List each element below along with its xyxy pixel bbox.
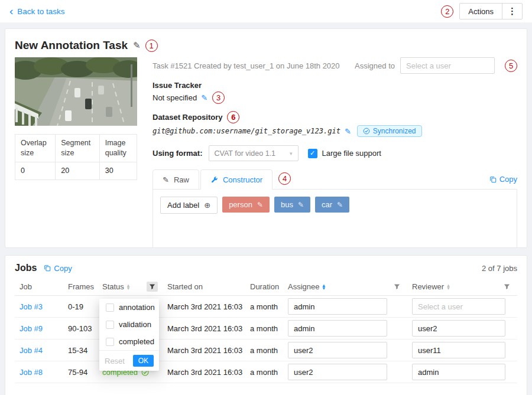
task-title-row: New Annotation Task ✎ 1 — [15, 37, 517, 54]
task-body: Overlap size Segment size Image quality … — [15, 57, 517, 248]
assignee-filter-icon[interactable] — [391, 282, 403, 292]
job-link[interactable]: Job #3 — [20, 302, 43, 311]
checkbox-unchecked[interactable] — [106, 338, 114, 346]
edit-label-icon[interactable]: ✎ — [298, 201, 304, 209]
dataset-repository-label: Dataset Repository — [153, 113, 222, 122]
chevron-down-icon: ▾ — [290, 151, 293, 156]
issue-tracker-label: Issue Tracker — [153, 81, 517, 90]
assignee-select[interactable] — [288, 320, 387, 337]
actions-label: Actions — [460, 4, 502, 19]
topbar-right: 2 Actions ⋮ — [441, 3, 523, 19]
edit-title-icon[interactable]: ✎ — [133, 40, 141, 51]
chevron-left-icon: ‹ — [9, 5, 13, 17]
callout-2: 2 — [441, 5, 453, 18]
job-started-on: March 3rd 2021 16:03 — [163, 361, 245, 383]
param-image-quality-value: 30 — [99, 162, 137, 179]
job-link[interactable]: Job #4 — [20, 346, 43, 355]
job-started-on: March 3rd 2021 16:03 — [163, 296, 245, 318]
job-started-on: March 3rd 2021 16:03 — [163, 339, 245, 361]
checkbox-unchecked[interactable] — [106, 321, 114, 329]
actions-button[interactable]: Actions ⋮ — [459, 3, 523, 19]
wrench-icon — [210, 176, 218, 184]
back-to-tasks-link[interactable]: ‹ Back to tasks — [9, 6, 65, 17]
job-link[interactable]: Job #8 — [20, 368, 43, 377]
copy-icon — [489, 176, 497, 183]
assigned-to-select[interactable] — [400, 57, 495, 74]
reviewer-select[interactable] — [412, 298, 505, 315]
assignee-select[interactable] — [288, 342, 387, 358]
labels-constructor-panel: Add label ⊕ person ✎ bus ✎ car ✎ — [153, 189, 517, 248]
label-badge-car[interactable]: car ✎ — [315, 197, 349, 213]
duration-column-label: Duration — [250, 282, 279, 291]
job-duration: a month — [245, 339, 283, 361]
reviewer-select[interactable] — [412, 342, 505, 358]
tab-constructor[interactable]: Constructor — [200, 169, 273, 190]
column-header-job: Job — [15, 278, 63, 296]
reviewer-filter-icon[interactable] — [501, 282, 512, 292]
check-icon: ✓ — [310, 149, 315, 157]
status-filter-icon[interactable] — [147, 282, 158, 292]
callout-3: 3 — [212, 92, 225, 104]
task-left-column: Overlap size Segment size Image quality … — [15, 57, 137, 248]
reviewer-select[interactable] — [412, 364, 505, 380]
add-label-text: Add label — [167, 201, 199, 210]
filter-option-annotation[interactable]: annotation — [99, 299, 159, 316]
assignee-select[interactable] — [288, 298, 387, 315]
jobs-count: 2 of 7 jobs — [482, 264, 517, 273]
started-on-column-label: Started on — [167, 282, 203, 291]
labels-copy-link[interactable]: Copy — [489, 175, 517, 189]
checkbox-unchecked[interactable] — [106, 303, 114, 312]
dataset-repository-url[interactable]: git@github.com:username/git_storage_v123… — [153, 127, 340, 135]
jobs-table-header-row: Job Frames Status ▴▾ Started on — [15, 278, 517, 296]
filter-ok-button[interactable]: OK — [133, 355, 154, 367]
filter-option-completed[interactable]: completed — [99, 333, 159, 350]
filter-reset-button[interactable]: Reset — [105, 357, 125, 365]
job-link[interactable]: Job #9 — [20, 324, 43, 333]
back-to-tasks-label: Back to tasks — [17, 7, 64, 16]
filter-option-label: completed — [119, 337, 154, 346]
jobs-copy-label: Copy — [54, 264, 72, 273]
label-badge-person[interactable]: person ✎ — [222, 197, 270, 213]
label-bus-name: bus — [281, 200, 293, 209]
jobs-card: Jobs Copy 2 of 7 jobs Job Frames — [5, 255, 527, 395]
more-vertical-icon[interactable]: ⋮ — [502, 4, 522, 19]
format-select-value: CVAT for video 1.1 — [215, 149, 276, 158]
reviewer-select[interactable] — [412, 320, 505, 337]
add-label-button[interactable]: Add label ⊕ — [160, 197, 218, 214]
assigned-to-group: Assigned to 5 — [355, 57, 517, 74]
assignee-sort-icon[interactable]: ▴▾ — [322, 284, 325, 290]
tab-raw[interactable]: ✎ Raw — [153, 169, 199, 190]
column-header-assignee: Assignee ▴▾ — [283, 278, 407, 296]
filter-option-validation[interactable]: validation — [99, 316, 159, 333]
reviewer-sort-icon[interactable]: ▴▾ — [447, 284, 450, 290]
status-column-label: Status — [102, 282, 124, 291]
param-image-quality-header: Image quality — [99, 135, 137, 162]
task-title: New Annotation Task — [15, 39, 128, 52]
edit-repository-icon[interactable]: ✎ — [345, 127, 351, 136]
job-duration: a month — [245, 361, 283, 383]
param-overlap-size-header: Overlap size — [15, 135, 56, 162]
assignee-column-label: Assignee — [288, 282, 319, 291]
column-header-reviewer: Reviewer ▴▾ — [407, 278, 517, 296]
jobs-copy-link[interactable]: Copy — [44, 264, 72, 273]
top-bar: ‹ Back to tasks 2 Actions ⋮ — [0, 0, 532, 22]
job-row-2: Job #9 90-103 March 3rd 2021 16:03 a mon… — [15, 318, 517, 339]
tab-constructor-label: Constructor — [223, 175, 262, 184]
large-file-support-checkbox[interactable]: ✓ — [308, 149, 317, 158]
callout-5: 5 — [505, 60, 517, 72]
job-started-on: March 3rd 2021 16:03 — [163, 318, 245, 339]
filter-option-label: validation — [119, 320, 151, 329]
job-frames: 0-19 — [63, 296, 98, 318]
label-badge-bus[interactable]: bus ✎ — [274, 197, 310, 213]
status-sort-icon[interactable]: ▴▾ — [127, 284, 130, 290]
format-select[interactable]: CVAT for video 1.1 ▾ — [209, 145, 299, 161]
using-format-label: Using format: — [153, 149, 203, 158]
job-row-4: Job #8 75-94 completed March 3rd 2021 16… — [15, 361, 517, 383]
task-parameters-table: Overlap size Segment size Image quality … — [15, 134, 137, 180]
edit-label-icon[interactable]: ✎ — [257, 201, 263, 209]
edit-issue-tracker-icon[interactable]: ✎ — [201, 93, 207, 102]
assignee-select[interactable] — [288, 364, 387, 380]
issue-tracker-value: Not specified — [153, 93, 197, 102]
sync-status-badge: Synchronized — [357, 125, 422, 137]
edit-label-icon[interactable]: ✎ — [337, 201, 343, 209]
